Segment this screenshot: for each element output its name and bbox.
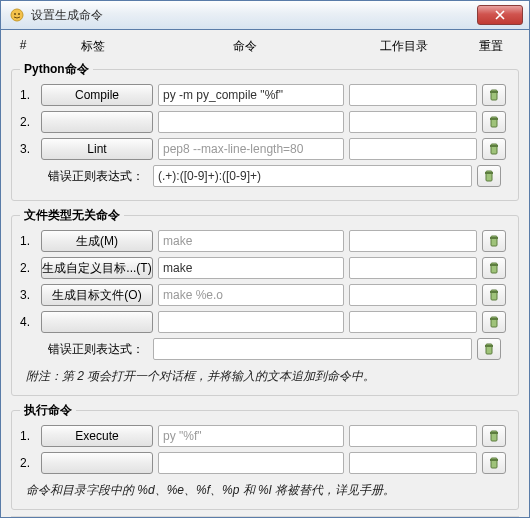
svg-rect-18 (490, 318, 498, 320)
command-input[interactable] (158, 452, 344, 474)
label-button[interactable]: 生成自定义目标...(T) (41, 257, 153, 279)
header-workdir: 工作目录 (339, 38, 469, 55)
reset-button[interactable] (477, 338, 501, 360)
workdir-input[interactable] (349, 311, 477, 333)
note-text: 命令和目录字段中的 %d、%e、%f、%p 和 %l 将被替代，详见手册。 (20, 479, 510, 501)
svg-point-2 (18, 13, 20, 15)
command-input[interactable]: make (158, 230, 344, 252)
workdir-input[interactable] (349, 230, 477, 252)
section-python: Python命令 1.Compilepy -m py_compile "%f"2… (11, 61, 519, 201)
regex-input[interactable] (153, 338, 472, 360)
reset-button[interactable] (482, 111, 506, 133)
header-command: 命令 (151, 38, 339, 55)
note-text: 附注：第 2 项会打开一个对话框，并将输入的文本追加到命令中。 (20, 365, 510, 387)
workdir-input[interactable] (349, 284, 477, 306)
row-number: 1. (20, 234, 36, 248)
row-number: 1. (20, 88, 36, 102)
label-button[interactable]: Lint (41, 138, 153, 160)
section-python-legend: Python命令 (20, 61, 93, 78)
reset-button[interactable] (482, 452, 506, 474)
regex-label: 错误正则表达式： (20, 341, 148, 358)
command-input[interactable]: make %e.o (158, 284, 344, 306)
svg-rect-12 (490, 237, 498, 239)
workdir-input[interactable] (349, 452, 477, 474)
section-independent: 文件类型无关命令 1.生成(M)make2.生成自定义目标...(T)make3… (11, 207, 519, 396)
reset-button[interactable] (477, 165, 501, 187)
regex-label: 错误正则表达式： (20, 168, 148, 185)
window-title: 设置生成命令 (31, 7, 477, 24)
svg-rect-6 (490, 118, 498, 120)
command-input[interactable]: py "%f" (158, 425, 344, 447)
titlebar: 设置生成命令 (0, 0, 530, 30)
section-independent-legend: 文件类型无关命令 (20, 207, 124, 224)
reset-button[interactable] (482, 284, 506, 306)
column-headers: # 标签 命令 工作目录 重置 (11, 36, 519, 61)
reset-button[interactable] (482, 230, 506, 252)
label-button[interactable] (41, 111, 153, 133)
svg-point-0 (11, 9, 23, 21)
svg-rect-10 (485, 172, 493, 174)
svg-rect-14 (490, 264, 498, 266)
label-button[interactable]: 生成(M) (41, 230, 153, 252)
reset-button[interactable] (482, 257, 506, 279)
command-input[interactable]: make (158, 257, 344, 279)
svg-rect-8 (490, 145, 498, 147)
workdir-input[interactable] (349, 111, 477, 133)
label-button[interactable]: Compile (41, 84, 153, 106)
row-number: 4. (20, 315, 36, 329)
svg-rect-16 (490, 291, 498, 293)
svg-point-1 (14, 13, 16, 15)
reset-button[interactable] (482, 425, 506, 447)
section-execute: 执行命令 1.Executepy "%f"2. 命令和目录字段中的 %d、%e、… (11, 402, 519, 510)
label-button[interactable] (41, 311, 153, 333)
row-number: 1. (20, 429, 36, 443)
svg-rect-22 (490, 432, 498, 434)
workdir-input[interactable] (349, 84, 477, 106)
label-button[interactable]: 生成目标文件(O) (41, 284, 153, 306)
reset-button[interactable] (482, 84, 506, 106)
app-icon (9, 7, 25, 23)
command-input[interactable] (158, 311, 344, 333)
close-button[interactable] (477, 5, 523, 25)
row-number: 2. (20, 456, 36, 470)
command-input[interactable] (158, 111, 344, 133)
reset-button[interactable] (482, 311, 506, 333)
section-execute-legend: 执行命令 (20, 402, 76, 419)
workdir-input[interactable] (349, 257, 477, 279)
svg-rect-20 (485, 345, 493, 347)
header-num: # (11, 38, 35, 55)
command-input[interactable]: py -m py_compile "%f" (158, 84, 344, 106)
header-reset: 重置 (469, 38, 519, 55)
row-number: 2. (20, 115, 36, 129)
label-button[interactable] (41, 452, 153, 474)
header-label: 标签 (35, 38, 151, 55)
row-number: 3. (20, 142, 36, 156)
regex-input[interactable]: (.+):([0-9]+):([0-9]+) (153, 165, 472, 187)
svg-rect-4 (490, 91, 498, 93)
svg-rect-24 (490, 459, 498, 461)
reset-button[interactable] (482, 138, 506, 160)
label-button[interactable]: Execute (41, 425, 153, 447)
row-number: 3. (20, 288, 36, 302)
dialog-content: # 标签 命令 工作目录 重置 Python命令 1.Compilepy -m … (0, 30, 530, 518)
workdir-input[interactable] (349, 425, 477, 447)
command-input[interactable]: pep8 --max-line-length=80 (158, 138, 344, 160)
row-number: 2. (20, 261, 36, 275)
workdir-input[interactable] (349, 138, 477, 160)
